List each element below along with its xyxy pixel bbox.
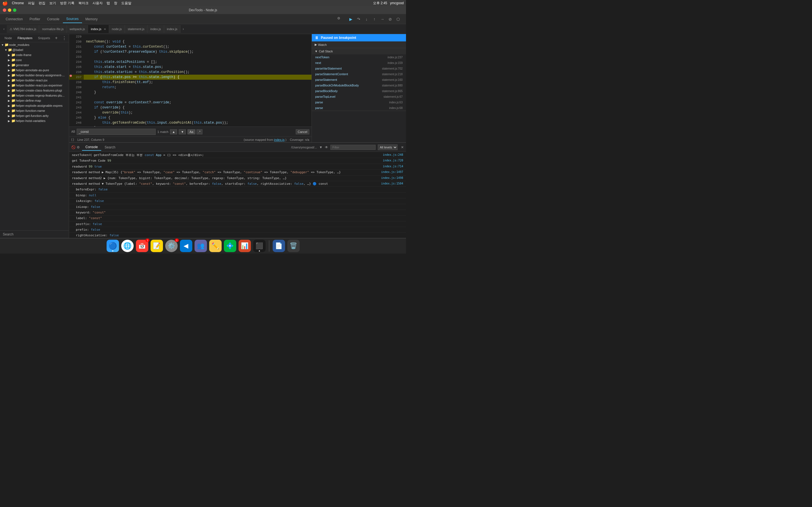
menu-window[interactable]: 창	[114, 1, 117, 6]
dock-vscode[interactable]: ◀	[180, 240, 192, 252]
dock-sketch[interactable]: ✏️	[209, 240, 221, 252]
maximize-window-button[interactable]	[13, 8, 16, 12]
nav-memory[interactable]: Memory	[82, 15, 101, 23]
tree-helper-create-class[interactable]: ▶ 📁 helper-create-class-features-plugi	[0, 88, 69, 93]
call-stack-item-parsevarstatement[interactable]: parseVarStatement statement.js:702	[312, 66, 406, 71]
tree-helper-define-map[interactable]: ▶ 📁 helper-define-map	[0, 98, 69, 103]
console-link[interactable]: index.js:1498	[381, 176, 403, 180]
dock-settings[interactable]: ⚙️ 1	[165, 240, 177, 252]
dock-word[interactable]: 📄	[273, 240, 285, 252]
dock-chrome[interactable]: 🌐	[121, 240, 134, 252]
tab-webpack[interactable]: webpack.js	[67, 25, 88, 33]
menu-help[interactable]: 도움말	[121, 1, 132, 6]
deactivate-breakpoints-button[interactable]: ⊘	[387, 16, 394, 22]
tabs-left-arrow[interactable]: ‹	[1, 26, 7, 32]
code-editor[interactable]: 229 230 nextToken(): void { 231 const cu…	[69, 34, 312, 126]
step-out-button[interactable]: ↑	[371, 16, 378, 22]
menu-users[interactable]: 사용자	[93, 1, 103, 6]
tree-helper-hoist-variables[interactable]: ▶ 📁 helper-hoist-variables	[0, 118, 69, 123]
bottom-tab-search[interactable]: Search	[101, 144, 119, 151]
tree-helper-builder-binary[interactable]: ▶ 📁 helper-builder-binary-assignment-...	[0, 73, 69, 78]
tree-helper-explode[interactable]: ▶ 📁 helper-explode-assignable-expres	[0, 103, 69, 108]
tab-close-icon[interactable]: ✕	[104, 27, 106, 31]
console-link[interactable]: index.js:1497	[381, 170, 403, 174]
search-prev-button[interactable]: ▲	[170, 129, 177, 134]
dock-terminal[interactable]: ⬛	[253, 240, 266, 252]
resume-button[interactable]: ▶	[347, 16, 354, 22]
bottom-tab-console[interactable]: Console	[82, 144, 101, 151]
dock-calendar[interactable]: 📅 1	[136, 240, 148, 252]
dock-notes[interactable]: 📝	[151, 240, 163, 252]
menu-history[interactable]: 방문 기록	[60, 1, 74, 6]
code-search-input[interactable]	[77, 129, 156, 135]
path-dropdown-icon[interactable]: ▼	[319, 145, 322, 149]
tree-node-modules[interactable]: ▼ 📁 node_modules	[0, 42, 69, 47]
call-stack-item-parse2[interactable]: parse index.js:68	[312, 105, 406, 111]
search-next-button[interactable]: ▼	[179, 129, 186, 134]
menu-tab[interactable]: 탭	[107, 1, 110, 6]
console-eye-icon[interactable]: 👁	[325, 145, 328, 149]
tree-helper-get-function-arity[interactable]: ▶ 📁 helper-get-function-arity	[0, 113, 69, 118]
menu-file[interactable]: 파일	[28, 1, 35, 6]
bottom-clear-button[interactable]: 🚫	[71, 145, 75, 149]
call-stack-item-parsestatement[interactable]: parseStatement statement.js:160	[312, 77, 406, 82]
dock-trash[interactable]: 🗑️	[287, 240, 300, 252]
console-link[interactable]: index.js:248	[383, 153, 403, 157]
tree-core[interactable]: ▶ 📁 core	[0, 57, 69, 62]
console-close-button[interactable]: ✕	[401, 145, 404, 149]
sidebar-more-icon[interactable]: ⋮	[62, 36, 66, 41]
dock-craft[interactable]: 💠	[224, 240, 236, 252]
call-stack-item-nexttoken[interactable]: nextToken index.js:237	[312, 54, 406, 60]
nav-connection[interactable]: Connection	[2, 15, 26, 23]
minimize-window-button[interactable]	[8, 8, 11, 12]
dock-teams[interactable]: 👥	[195, 240, 207, 252]
menu-bookmarks[interactable]: 북마크	[79, 1, 89, 6]
sidebar-search-label[interactable]: Search	[0, 230, 69, 238]
source-map-link[interactable]: index.js	[274, 138, 285, 142]
tree-babel[interactable]: ▼ 📁 @babel	[0, 47, 69, 52]
tree-helper-annotate[interactable]: ▶ 📁 helper-annotate-as-pure	[0, 68, 69, 73]
dock-powerpoint[interactable]: 📊	[239, 240, 251, 252]
step-over-button[interactable]: ↷	[355, 16, 362, 22]
sidebar-tab-node[interactable]: Node	[2, 36, 14, 40]
step-button[interactable]: →	[379, 16, 386, 22]
sidebar-tab-filesystem[interactable]: Filesystem	[15, 36, 35, 40]
tree-helper-function-name[interactable]: ▶ 📁 helper-function-name	[0, 108, 69, 113]
dock-finder[interactable]: 🔵	[107, 240, 119, 252]
sidebar-add-button[interactable]: +	[54, 35, 59, 41]
search-cancel-button[interactable]: Cancel	[296, 129, 309, 134]
call-stack-item-parse1[interactable]: parse index.js:63	[312, 100, 406, 105]
close-window-button[interactable]	[3, 8, 6, 12]
bottom-settings-icon[interactable]: ⚙	[77, 145, 80, 149]
call-stack-item-next[interactable]: next index.js:159	[312, 60, 406, 66]
watch-section-header[interactable]: ▶ Watch	[312, 41, 406, 48]
tab-vm1784[interactable]: ⚠ VM1784 index.js	[7, 25, 39, 33]
console-link[interactable]: index.js:1504	[381, 182, 403, 186]
menu-edit[interactable]: 편집	[39, 1, 45, 6]
console-link[interactable]: index.js:720	[383, 159, 403, 163]
call-stack-item-parseblockormodule[interactable]: parseBlockOrModuleBlockBody statement.js…	[312, 82, 406, 88]
tabs-right-arrow[interactable]: ›	[181, 26, 186, 32]
menu-view[interactable]: 보기	[49, 1, 56, 6]
tab-indexjs3[interactable]: index.js	[164, 25, 181, 33]
search-case-sensitive-button[interactable]: Aa	[188, 129, 195, 134]
call-stack-section-header[interactable]: ▼ Call Stack	[312, 48, 406, 54]
tree-helper-builder-react-jsx-exp[interactable]: ▶ 📁 helper-builder-react-jsx-experimer	[0, 83, 69, 88]
nav-console[interactable]: Console	[44, 15, 63, 23]
console-filter-input[interactable]	[331, 145, 375, 150]
console-level-select[interactable]: All levels	[378, 145, 398, 150]
tab-indexjs2[interactable]: index.js	[147, 25, 164, 33]
tab-nodejs[interactable]: node.js	[109, 25, 125, 33]
tree-generator[interactable]: ▶ 📁 generator	[0, 62, 69, 68]
tree-helper-create-regexp[interactable]: ▶ 📁 helper-create-regexp-features-plu...	[0, 93, 69, 98]
pause-on-exceptions-button[interactable]: ⬡	[395, 16, 402, 22]
app-name[interactable]: Chrome	[12, 1, 24, 5]
apple-menu[interactable]: 🍎	[2, 1, 8, 6]
nav-profiler[interactable]: Profiler	[26, 15, 44, 23]
call-stack-item-parsestatementcontent[interactable]: parseStatementContent statement.js:218	[312, 71, 406, 77]
settings-icon[interactable]: ⚙	[337, 16, 343, 22]
tree-code-frame[interactable]: ▶ 📁 code-frame	[0, 52, 69, 57]
nav-sources[interactable]: Sources	[63, 15, 82, 23]
step-into-button[interactable]: ↓	[363, 16, 370, 22]
tree-helper-builder-react-jsx[interactable]: ▶ 📁 helper-builder-react-jsx	[0, 78, 69, 83]
